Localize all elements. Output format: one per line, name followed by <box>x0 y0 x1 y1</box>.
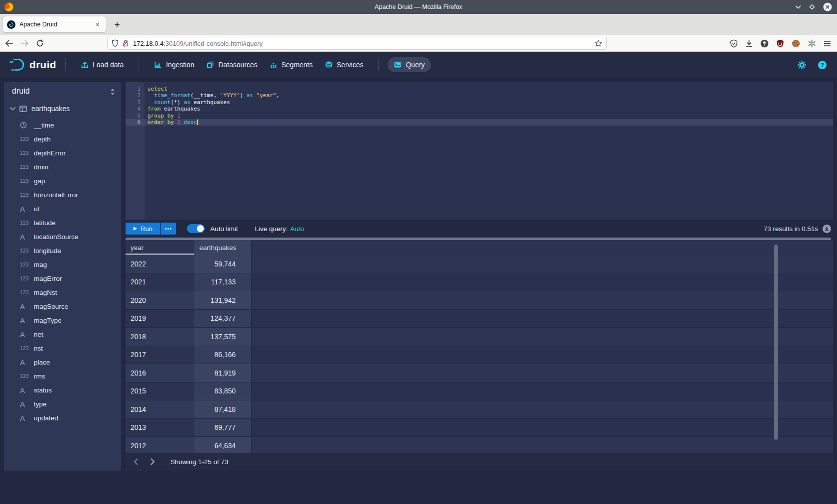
cell-year[interactable]: 2012 <box>126 437 194 453</box>
sidebar-column-longitude[interactable]: 123longitude <box>4 244 121 257</box>
cookie-extension-icon[interactable] <box>792 39 800 48</box>
chevron-down-icon[interactable] <box>10 107 15 111</box>
new-tab-button[interactable]: + <box>111 18 124 31</box>
downloads-icon[interactable] <box>745 39 753 47</box>
menu-hamburger-icon[interactable] <box>824 40 831 47</box>
sidebar-column-id[interactable]: Aid <box>4 202 121 216</box>
editor-code[interactable]: select time_format(__time, 'YYYY') as "y… <box>144 82 833 220</box>
sidebar-column-gap[interactable]: 123gap <box>4 174 121 188</box>
forward-button[interactable] <box>20 40 29 47</box>
cell-year[interactable]: 2022 <box>126 255 194 273</box>
sidebar-column-magType[interactable]: AmagType <box>4 313 121 327</box>
sidebar-column-mag[interactable]: 123mag <box>4 257 121 271</box>
sidebar-column-rms[interactable]: 123rms <box>4 369 121 383</box>
run-button[interactable]: Run <box>126 223 160 235</box>
sidebar-column-depth[interactable]: 123depth <box>4 132 121 146</box>
tab-close-icon[interactable]: × <box>94 20 102 29</box>
cell-earthquakes[interactable]: 87,418 <box>194 400 252 419</box>
sidebar-column-magNst[interactable]: 123magNst <box>4 285 121 299</box>
cell-earthquakes[interactable]: 69,777 <box>194 419 252 437</box>
help-icon[interactable]: ? <box>818 60 827 70</box>
bookmark-star-icon[interactable] <box>594 39 602 47</box>
cell-earthquakes[interactable]: 137,575 <box>194 328 252 346</box>
sidebar-column-updated[interactable]: Aupdated <box>4 411 121 425</box>
password-manager-extension-icon[interactable] <box>760 39 769 48</box>
nav-item-segments[interactable]: Segments <box>264 57 319 72</box>
sidebar-column-magSource[interactable]: AmagSource <box>4 299 121 313</box>
column-header-year[interactable]: year <box>126 240 194 255</box>
code-line[interactable]: from earthquakes <box>144 106 833 112</box>
column-name: depth <box>34 135 51 143</box>
result-row: 2020131,942 <box>126 291 833 310</box>
sidebar-column-place[interactable]: Aplace <box>4 355 121 369</box>
cell-year[interactable]: 2021 <box>126 273 194 292</box>
window-menu-icon[interactable] <box>795 5 801 9</box>
column-header-earthquakes[interactable]: earthquakes <box>194 240 252 255</box>
result-row: 201264,634 <box>126 437 833 453</box>
browser-tab[interactable]: Apache Druid × <box>3 16 106 32</box>
sidebar-column-latitude[interactable]: 123latitude <box>4 216 121 230</box>
code-line[interactable]: time_format(__time, 'YYYY') as "year", <box>144 92 833 99</box>
cell-earthquakes[interactable]: 124,377 <box>194 310 252 328</box>
sidebar-column-type[interactable]: Atype <box>4 397 121 411</box>
code-line[interactable]: count(*) as earthquakes <box>144 99 833 106</box>
live-query-value[interactable]: Auto <box>290 225 304 233</box>
nav-item-datasources[interactable]: Datasources <box>200 57 264 72</box>
cell-year[interactable]: 2014 <box>126 400 194 419</box>
nav-item-services[interactable]: Services <box>319 57 370 72</box>
cell-earthquakes[interactable]: 86,166 <box>194 346 252 365</box>
sql-editor[interactable]: 123456 select time_format(__time, 'YYYY'… <box>126 82 833 220</box>
shield-icon[interactable] <box>112 39 119 47</box>
sidebar-column-locationSource[interactable]: AlocationSource <box>4 230 121 244</box>
cell-year[interactable]: 2017 <box>126 346 194 365</box>
cell-year[interactable]: 2016 <box>126 364 194 382</box>
sidebar-column-net[interactable]: Anet <box>4 327 121 341</box>
browser-toolbar: 172.18.0.4:30109/unified-console.html#qu… <box>0 35 837 52</box>
sidebar-column-nst[interactable]: 123nst <box>4 341 121 355</box>
code-line[interactable]: order by 1 desc <box>144 119 833 126</box>
next-page-icon[interactable] <box>145 455 159 469</box>
previous-page-icon[interactable] <box>129 455 142 469</box>
double-caret-icon[interactable] <box>110 89 115 95</box>
window-close-icon[interactable] <box>823 2 832 11</box>
cell-year[interactable]: 2018 <box>126 328 194 346</box>
back-button[interactable] <box>5 40 13 47</box>
vertical-scrollbar[interactable] <box>774 245 778 440</box>
download-results-icon[interactable] <box>823 225 831 233</box>
pinwheel-extension-icon[interactable] <box>808 39 816 48</box>
protections-shield-icon[interactable] <box>730 39 738 48</box>
cell-year[interactable]: 2019 <box>126 310 194 328</box>
reload-button[interactable] <box>36 39 44 47</box>
code-line[interactable]: group by 1 <box>144 113 833 119</box>
cell-earthquakes[interactable]: 131,942 <box>194 291 252 310</box>
cell-earthquakes[interactable]: 117,133 <box>194 273 252 292</box>
sidebar-column-__time[interactable]: __time <box>4 118 121 132</box>
insecure-lock-icon[interactable] <box>122 39 129 47</box>
druid-logo[interactable]: druid <box>9 57 56 72</box>
cell-earthquakes[interactable]: 59,744 <box>194 255 252 273</box>
sidebar-table-earthquakes[interactable]: earthquakes <box>4 102 121 115</box>
cell-earthquakes[interactable]: 81,919 <box>194 364 252 382</box>
tab-title: Apache Druid <box>19 21 94 28</box>
nav-item-load-data[interactable]: Load data <box>75 57 130 72</box>
cell-year[interactable]: 2015 <box>126 382 194 401</box>
window-maximize-icon[interactable] <box>809 4 815 10</box>
url-bar[interactable]: 172.18.0.4:30109/unified-console.html#qu… <box>107 37 607 50</box>
settings-gear-icon[interactable] <box>797 60 807 70</box>
sidebar-column-status[interactable]: Astatus <box>4 383 121 397</box>
schema-name[interactable]: druid <box>12 87 30 96</box>
ublock-origin-icon[interactable] <box>776 39 784 48</box>
sidebar-column-depthError[interactable]: 123depthError <box>4 146 121 160</box>
cell-year[interactable]: 2013 <box>126 419 194 437</box>
sidebar-column-dmin[interactable]: 123dmin <box>4 160 121 174</box>
nav-item-query[interactable]: Query <box>388 57 430 72</box>
cell-earthquakes[interactable]: 83,850 <box>194 382 252 401</box>
nav-item-ingestion[interactable]: Ingestion <box>148 57 200 72</box>
cell-year[interactable]: 2020 <box>126 291 194 310</box>
sidebar-column-magError[interactable]: 123magError <box>4 271 121 285</box>
sidebar-column-horizontalError[interactable]: 123horizontalError <box>4 188 121 202</box>
run-more-button[interactable]: ••• <box>161 223 176 235</box>
code-line[interactable]: select <box>144 86 833 92</box>
auto-limit-toggle[interactable] <box>187 224 205 233</box>
cell-earthquakes[interactable]: 64,634 <box>194 437 252 453</box>
